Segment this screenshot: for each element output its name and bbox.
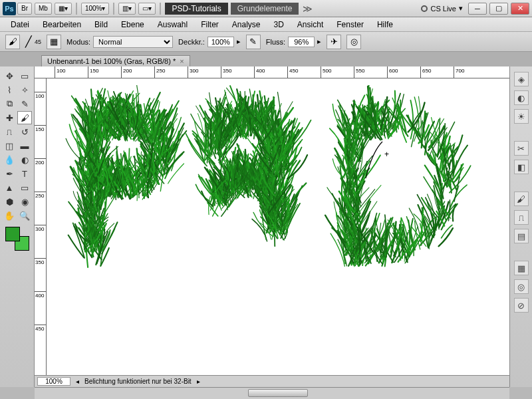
blur-tool[interactable]: 💧 bbox=[2, 153, 17, 166]
heal-tool[interactable]: ✚ bbox=[2, 111, 17, 124]
dodge-tool[interactable]: ◐ bbox=[17, 153, 32, 166]
status-nav-left[interactable]: ◂ bbox=[76, 378, 79, 385]
lasso-tool[interactable]: ⌇ bbox=[2, 83, 17, 96]
brush-preset-button[interactable]: ╱ 45 bbox=[25, 35, 41, 48]
nav-panel-icon[interactable]: ◎ bbox=[514, 279, 529, 294]
menu-3d[interactable]: 3D bbox=[269, 19, 289, 31]
menu-bar: Datei Bearbeiten Bild Ebene Auswahl Filt… bbox=[0, 17, 532, 32]
crop-tool[interactable]: ⧉ bbox=[2, 97, 17, 110]
path-select-tool[interactable]: ▲ bbox=[2, 181, 17, 194]
workspace-tab[interactable]: Grundelemente bbox=[231, 3, 299, 15]
info-panel-icon[interactable]: ⊘ bbox=[514, 298, 529, 313]
opacity-label: Deckkr.: bbox=[178, 38, 205, 46]
status-info: Belichtung funktioniert nur bei 32-Bit bbox=[84, 378, 192, 385]
screen-mode-button[interactable]: ▭▾ bbox=[138, 3, 156, 15]
status-bar: 100% ◂ Belichtung funktioniert nur bei 3… bbox=[35, 375, 509, 387]
title-bar: Ps Br Mb ▦▾ 100% ▾ ▥▾ ▭▾ PSD-Tutorials G… bbox=[0, 0, 532, 17]
move-tool[interactable]: ✥ bbox=[2, 69, 17, 82]
styles-panel-icon[interactable]: ◧ bbox=[514, 160, 529, 174]
cslive-icon bbox=[421, 5, 428, 12]
minibridge-button[interactable]: Mb bbox=[35, 3, 52, 15]
horizontal-scrollbar[interactable] bbox=[35, 387, 509, 399]
swatches-panel-icon[interactable]: ▦ bbox=[514, 261, 529, 275]
marquee-tool[interactable]: ▭ bbox=[17, 69, 32, 82]
cslive-button[interactable]: CS Live ▾ bbox=[421, 4, 463, 13]
3d-camera-tool[interactable]: ◉ bbox=[17, 195, 32, 208]
menu-ansicht[interactable]: Ansicht bbox=[292, 19, 329, 31]
window-close-button[interactable]: ✕ bbox=[511, 3, 529, 15]
fg-color[interactable] bbox=[5, 227, 20, 241]
options-bar: 🖌 ╱ 45 ▦ Modus: Normal Deckkr.: ▸ ✎ Flus… bbox=[0, 32, 532, 52]
brushes-panel-icon[interactable]: 🖌 bbox=[514, 192, 529, 206]
3d-tool[interactable]: ⬢ bbox=[2, 195, 17, 208]
brush-panel-toggle[interactable]: ▦ bbox=[47, 35, 61, 49]
color-swatch[interactable] bbox=[5, 227, 29, 251]
wand-tool[interactable]: ✧ bbox=[17, 83, 32, 96]
mode-label: Modus: bbox=[66, 38, 90, 46]
close-tab-icon[interactable]: × bbox=[180, 57, 184, 65]
tool-presets-panel-icon[interactable]: ▤ bbox=[514, 229, 529, 243]
window-minimize-button[interactable]: ─ bbox=[468, 3, 487, 15]
brush-tool[interactable]: 🖌 bbox=[17, 111, 32, 124]
scrollbar-thumb[interactable] bbox=[248, 389, 308, 397]
clone-panel-icon[interactable]: ⎍ bbox=[514, 210, 529, 225]
gradient-tool[interactable]: ▬ bbox=[17, 139, 32, 152]
flow-label: Fluss: bbox=[266, 38, 285, 46]
flow-arrow[interactable]: ▸ bbox=[317, 37, 321, 46]
tool-preset-button[interactable]: 🖌 bbox=[5, 35, 20, 49]
tablet-size-button[interactable]: ◎ bbox=[346, 35, 361, 49]
window-maximize-button[interactable]: ▢ bbox=[489, 3, 508, 15]
more-workspaces-button[interactable]: ≫ bbox=[300, 3, 315, 14]
document-tab[interactable]: Unbenannt-1 bei 100% (Gras, RGB/8) * × bbox=[41, 55, 190, 66]
eyedropper-tool[interactable]: ✎ bbox=[17, 97, 32, 110]
eraser-tool[interactable]: ◫ bbox=[2, 139, 17, 152]
menu-bild[interactable]: Bild bbox=[89, 19, 113, 31]
opacity-input[interactable] bbox=[207, 37, 234, 47]
scissors-panel-icon[interactable]: ✂ bbox=[514, 141, 529, 156]
menu-bearbeiten[interactable]: Bearbeiten bbox=[37, 19, 86, 31]
bridge-button[interactable]: Br bbox=[17, 3, 32, 15]
toolbox: ✥▭ ⌇✧ ⧉✎ ✚🖌 ⎍↺ ◫▬ 💧◐ ✒T ▲▭ ⬢◉ ✋🔍 bbox=[0, 66, 35, 387]
zoom-dropdown[interactable]: 100% ▾ bbox=[81, 3, 110, 15]
airbrush-button[interactable]: ✈ bbox=[327, 35, 341, 49]
ruler-horizontal[interactable]: 100150200250300350400450500550600650700 bbox=[35, 66, 509, 78]
color-panel-icon[interactable]: ◐ bbox=[514, 90, 529, 105]
hand-tool[interactable]: ✋ bbox=[2, 209, 17, 222]
zoom-tool[interactable]: 🔍 bbox=[17, 209, 32, 222]
menu-analyse[interactable]: Analyse bbox=[227, 19, 266, 31]
menu-fenster[interactable]: Fenster bbox=[331, 19, 369, 31]
mode-select[interactable]: Normal bbox=[93, 36, 173, 48]
tablet-opacity-button[interactable]: ✎ bbox=[246, 35, 261, 49]
type-tool[interactable]: T bbox=[17, 167, 32, 180]
history-brush-tool[interactable]: ↺ bbox=[17, 125, 32, 138]
flow-input[interactable] bbox=[288, 37, 315, 47]
menu-filter[interactable]: Filter bbox=[196, 19, 224, 31]
shape-tool[interactable]: ▭ bbox=[17, 181, 32, 194]
layers-panel-icon[interactable]: ◈ bbox=[514, 72, 529, 86]
opacity-arrow[interactable]: ▸ bbox=[237, 37, 241, 46]
menu-ebene[interactable]: Ebene bbox=[116, 19, 150, 31]
menu-datei[interactable]: Datei bbox=[5, 19, 35, 31]
menu-hilfe[interactable]: Hilfe bbox=[372, 19, 398, 31]
layout-button[interactable]: ▦▾ bbox=[55, 3, 72, 15]
canvas-content: + bbox=[53, 85, 505, 338]
right-panel: ◈ ◐ ☀ ✂ ◧ 🖌 ⎍ ▤ ▦ ◎ ⊘ bbox=[509, 66, 532, 387]
svg-text:+: + bbox=[384, 150, 389, 159]
app-logo: Ps bbox=[3, 2, 16, 15]
view-extras-button[interactable]: ▥▾ bbox=[118, 3, 136, 15]
canvas[interactable]: + bbox=[47, 78, 509, 387]
ruler-vertical[interactable]: 100150200250300350400450 bbox=[35, 78, 47, 387]
adjust-panel-icon[interactable]: ☀ bbox=[514, 109, 529, 124]
stamp-tool[interactable]: ⎍ bbox=[2, 125, 17, 138]
status-zoom[interactable]: 100% bbox=[37, 377, 70, 386]
workspace-tab-active[interactable]: PSD-Tutorials bbox=[165, 3, 227, 15]
document-tab-row: Unbenannt-1 bei 100% (Gras, RGB/8) * × bbox=[0, 52, 532, 66]
menu-auswahl[interactable]: Auswahl bbox=[152, 19, 193, 31]
status-nav-right[interactable]: ▸ bbox=[197, 378, 200, 385]
pen-tool[interactable]: ✒ bbox=[2, 167, 17, 180]
